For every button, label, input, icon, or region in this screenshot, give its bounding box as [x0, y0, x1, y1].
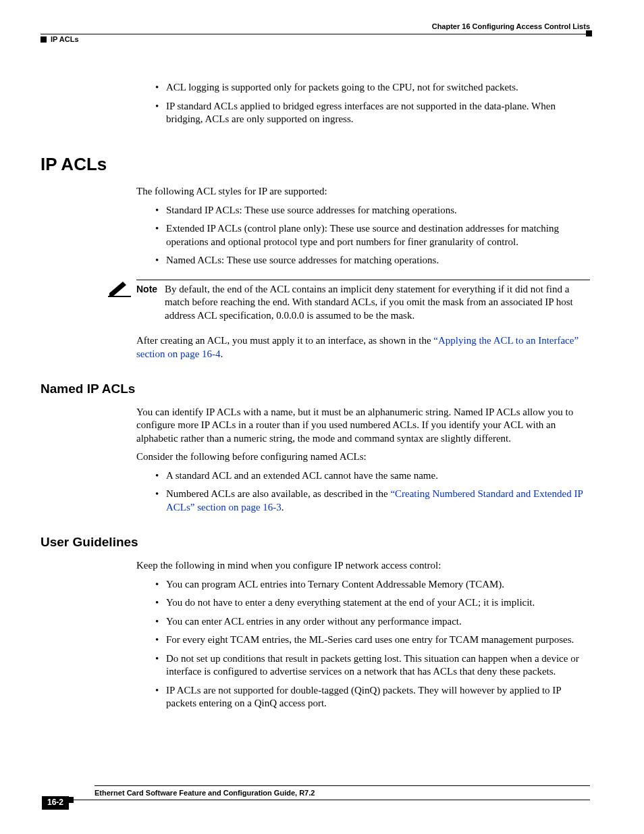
heading-named-ip-acls: Named IP ACLs: [41, 381, 590, 398]
header-rule: [41, 34, 589, 34]
list-item: • You can enter ACL entries in any order…: [155, 615, 590, 629]
page-header: Chapter 16 Configuring Access Control Li…: [41, 22, 590, 31]
named-bullets: • A standard ACL and an extended ACL can…: [41, 469, 590, 515]
intro-bullets: • ACL logging is supported only for pack…: [41, 81, 590, 126]
list-item: • IP standard ACLs applied to bridged eg…: [155, 100, 590, 126]
bullet-icon: •: [155, 684, 166, 710]
list-item: • For every eight TCAM entries, the ML-S…: [155, 633, 590, 647]
bullet-text: Extended IP ACLs (control plane only): T…: [166, 222, 590, 249]
list-item: • Named ACLs: These use source addresses…: [155, 254, 590, 267]
paragraph: The following ACL styles for IP are supp…: [41, 185, 590, 199]
bullet-icon: •: [155, 469, 166, 483]
note-text: By default, the end of the ACL contains …: [165, 283, 590, 323]
heading-user-guidelines: User Guidelines: [41, 534, 590, 551]
header-section: IP ACLs: [51, 34, 79, 44]
list-item: • You can program ACL entries into Terna…: [155, 578, 590, 592]
header-left: IP ACLs: [41, 34, 79, 44]
note-pencil-icon: [108, 280, 132, 323]
bullet-text: Named ACLs: These use source addresses f…: [166, 254, 590, 267]
list-item: • You do not have to enter a deny everyt…: [155, 596, 590, 610]
guidelines-bullets: • You can program ACL entries into Terna…: [41, 578, 590, 710]
bullet-icon: •: [155, 204, 166, 217]
page-content: • ACL logging is supported only for pack…: [41, 81, 590, 717]
note-rule: [136, 280, 590, 280]
paragraph: Consider the following before configurin…: [41, 450, 590, 464]
bullet-icon: •: [155, 615, 166, 629]
ip-acls-bullets: • Standard IP ACLs: These use source add…: [41, 204, 590, 267]
header-square-icon: [586, 30, 592, 36]
paragraph: You can identify IP ACLs with a name, bu…: [41, 406, 590, 446]
text-fragment: .: [221, 348, 223, 359]
bullet-icon: •: [155, 488, 166, 514]
footer-rule: [95, 785, 590, 786]
heading-ip-acls: IP ACLs: [41, 153, 590, 176]
list-item: • IP ACLs are not supported for double-t…: [155, 684, 590, 710]
note-block: Note By default, the end of the ACL cont…: [41, 280, 590, 323]
bullet-icon: •: [155, 254, 166, 267]
bullet-text: IP standard ACLs applied to bridged egre…: [166, 100, 590, 126]
bullet-text: IP ACLs are not supported for double-tag…: [166, 684, 590, 710]
footer-title: Ethernet Card Software Feature and Confi…: [95, 788, 590, 798]
page-footer: Ethernet Card Software Feature and Confi…: [41, 785, 590, 800]
bullet-icon: •: [155, 222, 166, 249]
text-fragment: .: [281, 502, 284, 513]
note-label: Note: [136, 283, 165, 323]
text-fragment: After creating an ACL, you must apply it…: [136, 335, 433, 346]
bullet-icon: •: [155, 100, 166, 126]
text-fragment: Numbered ACLs are also available, as des…: [166, 488, 390, 499]
bullet-text: A standard ACL and an extended ACL canno…: [166, 469, 590, 483]
bullet-icon: •: [155, 633, 166, 647]
bullet-text: Numbered ACLs are also available, as des…: [166, 488, 590, 514]
bullet-icon: •: [155, 578, 166, 592]
bullet-text: Standard IP ACLs: These use source addre…: [166, 204, 590, 217]
bullet-text: You can program ACL entries into Ternary…: [166, 578, 590, 592]
list-item: • Standard IP ACLs: These use source add…: [155, 204, 590, 217]
page-number: 16-2: [42, 796, 69, 810]
bullet-icon: •: [155, 81, 166, 95]
list-item: • Extended IP ACLs (control plane only):…: [155, 222, 590, 249]
list-item: • A standard ACL and an extended ACL can…: [155, 469, 590, 483]
paragraph: Keep the following in mind when you conf…: [41, 559, 590, 573]
list-item: • Do not set up conditions that result i…: [155, 652, 590, 679]
bullet-text: For every eight TCAM entries, the ML-Ser…: [166, 633, 590, 647]
bullet-icon: •: [155, 652, 166, 679]
list-item: • Numbered ACLs are also available, as d…: [155, 488, 590, 514]
header-chapter: Chapter 16 Configuring Access Control Li…: [432, 22, 590, 31]
bullet-text: Do not set up conditions that result in …: [166, 652, 590, 679]
bullet-text: ACL logging is supported only for packet…: [166, 81, 590, 95]
paragraph: After creating an ACL, you must apply it…: [41, 334, 590, 361]
header-square-icon: [41, 36, 47, 43]
bullet-icon: •: [155, 596, 166, 610]
list-item: • ACL logging is supported only for pack…: [155, 81, 590, 95]
bullet-text: You can enter ACL entries in any order w…: [166, 615, 590, 629]
footer-rule: [71, 800, 590, 800]
bullet-text: You do not have to enter a deny everythi…: [166, 596, 590, 610]
